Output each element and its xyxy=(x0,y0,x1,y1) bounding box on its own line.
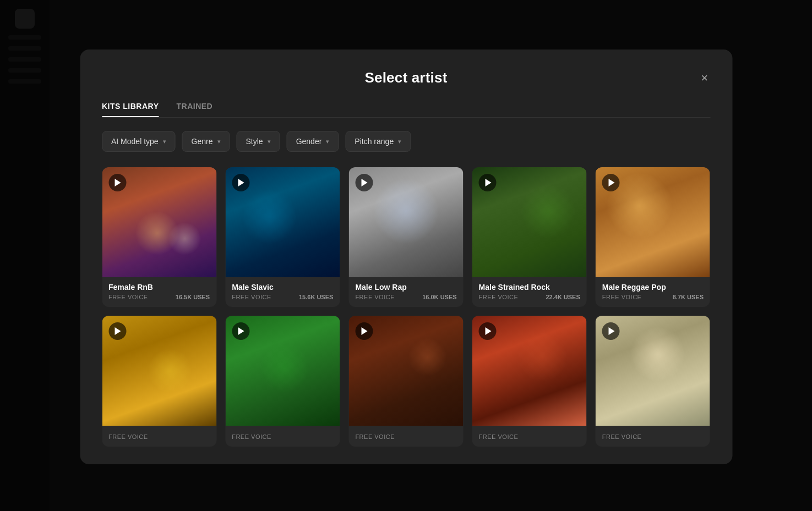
artist-name-male-strained-rock: Male Strained Rock xyxy=(479,283,580,292)
tab-kits-library[interactable]: KITS LIBRARY xyxy=(102,102,159,117)
artist-label-10: FREE VOICE xyxy=(602,433,642,440)
modal-title: Select artist xyxy=(364,69,447,86)
filter-gender-label: Gender xyxy=(296,137,322,146)
chevron-down-icon: ▾ xyxy=(326,138,329,145)
artist-name-male-slavic: Male Slavic xyxy=(232,283,333,292)
artist-label-male-low-rap: FREE VOICE xyxy=(355,294,395,300)
artist-card-male-strained-rock[interactable]: Male Strained Rock FREE VOICE 22.4K USES xyxy=(472,167,587,307)
artist-name-female-rnb: Female RnB xyxy=(108,283,210,292)
filter-style[interactable]: Style ▾ xyxy=(237,131,280,152)
artist-card-8[interactable]: FREE VOICE xyxy=(348,316,463,447)
play-button-6[interactable] xyxy=(108,322,126,340)
artist-name-male-low-rap: Male Low Rap xyxy=(355,283,456,292)
filter-genre-label: Genre xyxy=(192,137,213,146)
filter-pitch-range[interactable]: Pitch range ▾ xyxy=(345,131,411,152)
artist-name-male-reggae-pop: Male Reggae Pop xyxy=(602,283,704,292)
play-button-male-strained-rock[interactable] xyxy=(479,174,497,191)
artist-card-7[interactable]: FREE VOICE xyxy=(225,316,340,447)
play-button-female-rnb[interactable] xyxy=(108,174,126,191)
artist-uses-male-low-rap: 16.0K USES xyxy=(422,294,456,300)
artist-uses-female-rnb: 16.5K USES xyxy=(176,294,210,300)
artist-card-female-rnb[interactable]: Female RnB FREE VOICE 16.5K USES xyxy=(102,167,216,307)
artist-label-6: FREE VOICE xyxy=(108,433,148,440)
artist-uses-male-strained-rock: 22.4K USES xyxy=(546,294,580,300)
artist-label-male-slavic: FREE VOICE xyxy=(232,294,271,300)
filter-style-label: Style xyxy=(246,137,263,146)
modal-header: Select artist × xyxy=(102,69,710,86)
tab-trained[interactable]: TRAINED xyxy=(176,102,212,117)
artist-label-9: FREE VOICE xyxy=(479,433,519,440)
artist-label-7: FREE VOICE xyxy=(232,433,271,440)
artist-label-female-rnb: FREE VOICE xyxy=(108,294,148,300)
artist-card-male-low-rap[interactable]: Male Low Rap FREE VOICE 16.0K USES xyxy=(348,167,463,307)
chevron-down-icon: ▾ xyxy=(163,138,166,145)
artist-label-8: FREE VOICE xyxy=(355,433,395,440)
filter-pitch-range-label: Pitch range xyxy=(355,137,394,146)
play-button-male-slavic[interactable] xyxy=(232,174,249,191)
play-button-9[interactable] xyxy=(479,322,497,340)
modal-close-button[interactable]: × xyxy=(699,70,710,86)
artist-card-9[interactable]: FREE VOICE xyxy=(472,316,587,447)
artist-label-male-strained-rock: FREE VOICE xyxy=(479,294,519,300)
artist-uses-male-slavic: 15.6K USES xyxy=(299,294,333,300)
filter-genre[interactable]: Genre ▾ xyxy=(182,131,230,152)
filter-ai-model-type[interactable]: AI Model type ▾ xyxy=(102,131,176,152)
artist-card-6[interactable]: FREE VOICE xyxy=(102,316,216,447)
chevron-down-icon: ▾ xyxy=(398,138,401,145)
filter-ai-model-type-label: AI Model type xyxy=(111,137,159,146)
artist-card-10[interactable]: FREE VOICE xyxy=(596,316,710,447)
tabs-container: KITS LIBRARY TRAINED xyxy=(102,102,710,118)
chevron-down-icon: ▾ xyxy=(217,138,221,145)
artist-card-male-slavic[interactable]: Male Slavic FREE VOICE 15.6K USES xyxy=(225,167,340,307)
filters-bar: AI Model type ▾ Genre ▾ Style ▾ Gender ▾… xyxy=(102,131,710,152)
artist-uses-male-reggae-pop: 8.7K USES xyxy=(673,294,704,300)
artist-label-male-reggae-pop: FREE VOICE xyxy=(602,294,642,300)
artists-grid: Female RnB FREE VOICE 16.5K USES Male Sl… xyxy=(102,167,710,447)
filter-gender[interactable]: Gender ▾ xyxy=(287,131,339,152)
play-button-7[interactable] xyxy=(232,322,249,340)
play-button-male-reggae-pop[interactable] xyxy=(602,174,620,191)
play-button-10[interactable] xyxy=(602,322,620,340)
chevron-down-icon: ▾ xyxy=(268,138,271,145)
artist-card-male-reggae-pop[interactable]: Male Reggae Pop FREE VOICE 8.7K USES xyxy=(596,167,710,307)
select-artist-modal: Select artist × KITS LIBRARY TRAINED AI … xyxy=(80,50,732,464)
